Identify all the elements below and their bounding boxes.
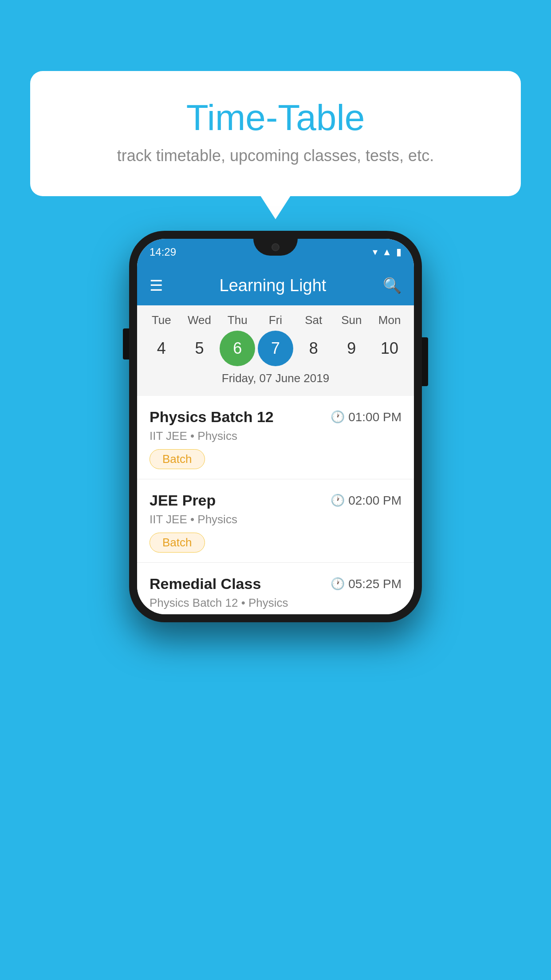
day-4[interactable]: 4 — [144, 331, 179, 366]
calendar-strip: Tue Wed Thu Fri Sat Sun Mon 4 5 6 7 8 9 … — [137, 305, 414, 396]
clock-icon-1: 🕐 — [331, 410, 345, 424]
day-header-fri: Fri — [258, 313, 293, 327]
speech-bubble-section: Time-Table track timetable, upcoming cla… — [30, 71, 521, 196]
class-item-3[interactable]: Remedial Class 🕐 05:25 PM Physics Batch … — [137, 563, 414, 614]
day-header-mon: Mon — [372, 313, 407, 327]
battery-icon: ▮ — [396, 246, 401, 258]
class-meta-1: IIT JEE • Physics — [150, 429, 401, 443]
day-6-today[interactable]: 6 — [220, 331, 255, 366]
day-header-sat: Sat — [296, 313, 331, 327]
day-numbers: 4 5 6 7 8 9 10 — [137, 331, 414, 366]
class-item-2[interactable]: JEE Prep 🕐 02:00 PM IIT JEE • Physics Ba… — [137, 479, 414, 563]
day-5[interactable]: 5 — [182, 331, 217, 366]
speech-bubble: Time-Table track timetable, upcoming cla… — [30, 71, 521, 196]
class-item-1-header: Physics Batch 12 🕐 01:00 PM — [150, 408, 401, 426]
day-9[interactable]: 9 — [334, 331, 369, 366]
app-header-title: Learning Light — [175, 276, 370, 295]
wifi-icon: ▾ — [373, 246, 378, 258]
clock-icon-3: 🕐 — [331, 577, 345, 591]
class-item-1[interactable]: Physics Batch 12 🕐 01:00 PM IIT JEE • Ph… — [137, 396, 414, 479]
status-icons: ▾ ▲ ▮ — [373, 246, 401, 258]
selected-date-label: Friday, 07 June 2019 — [137, 371, 414, 391]
day-8[interactable]: 8 — [296, 331, 331, 366]
signal-icon: ▲ — [382, 246, 392, 258]
batch-tag-1: Batch — [150, 449, 205, 469]
clock-icon-2: 🕐 — [331, 494, 345, 507]
day-10[interactable]: 10 — [372, 331, 407, 366]
class-name-3: Remedial Class — [150, 575, 261, 593]
class-name-1: Physics Batch 12 — [150, 408, 274, 426]
class-time-2: 🕐 02:00 PM — [331, 494, 401, 508]
day-header-wed: Wed — [182, 313, 217, 327]
app-header: ☰ Learning Light 🔍 — [137, 265, 414, 305]
day-header-tue: Tue — [144, 313, 179, 327]
class-meta-2: IIT JEE • Physics — [150, 513, 401, 526]
class-time-3: 🕐 05:25 PM — [331, 577, 401, 591]
bubble-subtitle: track timetable, upcoming classes, tests… — [66, 146, 485, 165]
status-time: 14:29 — [150, 246, 176, 258]
class-meta-3: Physics Batch 12 • Physics — [150, 596, 401, 610]
day-header-thu: Thu — [220, 313, 255, 327]
day-7-selected[interactable]: 7 — [258, 331, 293, 366]
class-item-2-header: JEE Prep 🕐 02:00 PM — [150, 492, 401, 509]
phone-screen: 14:29 ▾ ▲ ▮ ☰ Learning Light 🔍 Tue — [137, 239, 414, 614]
status-bar: 14:29 ▾ ▲ ▮ — [137, 239, 414, 265]
class-name-2: JEE Prep — [150, 492, 216, 509]
camera-dot — [272, 243, 279, 251]
notch-cutout — [253, 239, 298, 256]
hamburger-icon[interactable]: ☰ — [150, 278, 163, 293]
class-item-3-header: Remedial Class 🕐 05:25 PM — [150, 575, 401, 593]
batch-tag-2: Batch — [150, 533, 205, 553]
class-time-1: 🕐 01:00 PM — [331, 410, 401, 424]
phone-outer: 14:29 ▾ ▲ ▮ ☰ Learning Light 🔍 Tue — [129, 231, 422, 622]
bubble-title: Time-Table — [66, 98, 485, 138]
class-list: Physics Batch 12 🕐 01:00 PM IIT JEE • Ph… — [137, 396, 414, 614]
day-headers: Tue Wed Thu Fri Sat Sun Mon — [137, 313, 414, 327]
phone-mockup: 14:29 ▾ ▲ ▮ ☰ Learning Light 🔍 Tue — [129, 231, 422, 622]
search-icon[interactable]: 🔍 — [383, 277, 401, 294]
day-header-sun: Sun — [334, 313, 369, 327]
